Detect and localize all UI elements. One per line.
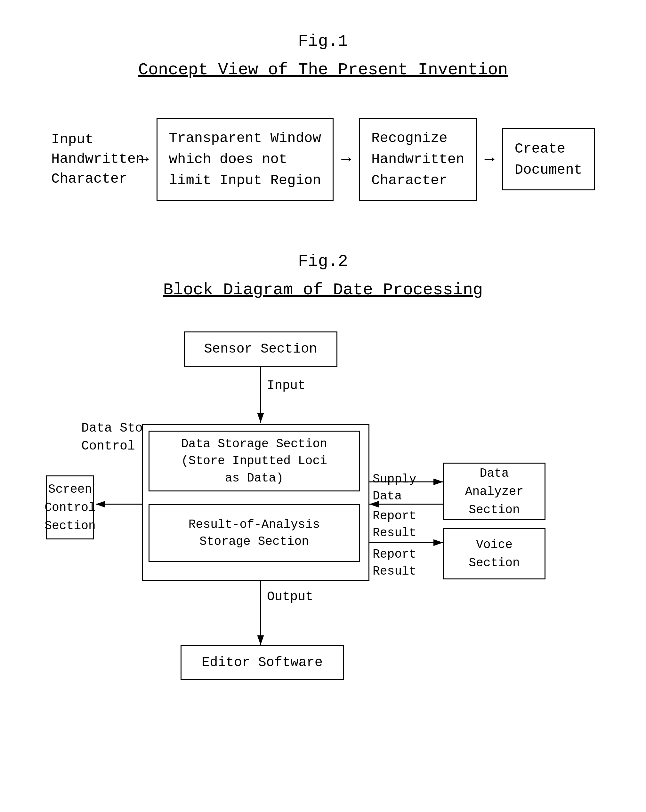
report-result-lower-label: ReportResult (373, 546, 416, 580)
flow-step1-text: InputHandwrittenCharacter (51, 130, 131, 189)
fig2-block-diagram: Sensor Section Input Data StorageControl… (43, 325, 603, 709)
flow-step3-box: RecognizeHandwrittenCharacter (359, 118, 477, 201)
flow-step2-box: Transparent Windowwhich does notlimit In… (156, 118, 334, 201)
fig2-subtitle: Block Diagram of Date Processing (26, 281, 620, 299)
flow-arrow-2: → (341, 150, 351, 169)
flow-arrow-1: → (139, 150, 148, 169)
data-storage-section-block: Data Storage Section(Store Inputted Loci… (148, 430, 360, 491)
supply-data-label: SupplyData (373, 471, 416, 505)
flow-arrow-3: → (485, 150, 494, 169)
input-label: Input (267, 376, 305, 395)
editor-software-block: Editor Software (181, 645, 344, 680)
data-analyzer-block: DataAnalyzerSection (443, 462, 545, 520)
report-result-upper-label: ReportResult (373, 507, 416, 541)
fig1-title: Fig.1 (26, 32, 620, 51)
sensor-section-block: Sensor Section (184, 331, 337, 367)
fig1-flow-diagram: InputHandwrittenCharacter → Transparent … (26, 105, 620, 214)
output-label: Output (267, 588, 313, 607)
fig1-subtitle: Concept View of The Present Invention (26, 61, 620, 79)
fig2-title: Fig.2 (26, 252, 620, 271)
result-analysis-block: Result-of-AnalysisStorage Section (148, 504, 360, 562)
flow-step4-box: CreateDocument (502, 128, 595, 190)
screen-control-block: ScreenControlSection (46, 475, 94, 539)
voice-section-block: VoiceSection (443, 528, 545, 579)
